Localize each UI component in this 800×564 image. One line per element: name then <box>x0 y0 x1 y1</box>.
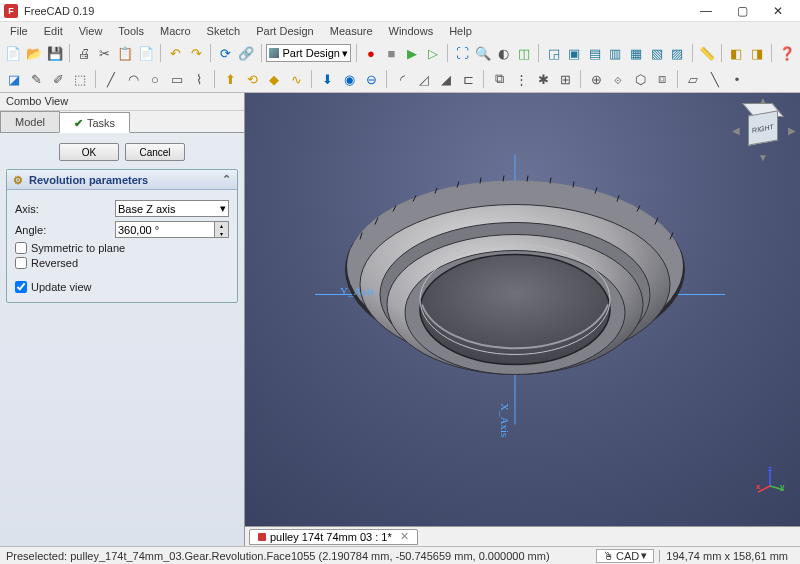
fit-sel-icon[interactable]: 🔍 <box>474 43 493 63</box>
fillet-icon[interactable]: ◜ <box>392 69 412 89</box>
ok-button[interactable]: OK <box>59 143 119 161</box>
polyline-icon[interactable]: ⌇ <box>189 69 209 89</box>
paste-icon[interactable]: 📄 <box>137 43 156 63</box>
part-icon[interactable]: ◧ <box>727 43 746 63</box>
rect-icon[interactable]: ▭ <box>167 69 187 89</box>
menu-help[interactable]: Help <box>441 23 480 39</box>
pad-icon[interactable]: ⬆ <box>220 69 240 89</box>
reversed-checkbox[interactable] <box>15 257 27 269</box>
iso-icon[interactable]: ◲ <box>544 43 563 63</box>
workbench-selector[interactable]: Part Design▾ <box>266 44 350 62</box>
update-view-checkbox[interactable] <box>15 281 27 293</box>
front-icon[interactable]: ▣ <box>565 43 584 63</box>
datum-point-icon[interactable]: • <box>727 69 747 89</box>
right-icon[interactable]: ▥ <box>606 43 625 63</box>
cancel-button[interactable]: Cancel <box>125 143 185 161</box>
migrate-icon[interactable]: ⟐ <box>608 69 628 89</box>
viewport-dimensions: 194,74 mm x 158,61 mm <box>659 550 794 562</box>
linear-pattern-icon[interactable]: ⋮ <box>511 69 531 89</box>
shape-binder-icon[interactable]: ⬡ <box>630 69 650 89</box>
loft-icon[interactable]: ◆ <box>264 69 284 89</box>
x-axis-label: X_Axis <box>499 403 511 437</box>
new-icon[interactable]: 📄 <box>4 43 23 63</box>
whatsthis-icon[interactable]: ❓ <box>777 43 796 63</box>
close-button[interactable]: ✕ <box>760 1 796 21</box>
redo-icon[interactable]: ↷ <box>187 43 206 63</box>
navcube-down-arrow-icon[interactable]: ▼ <box>758 152 768 163</box>
line-icon[interactable]: ╱ <box>101 69 121 89</box>
collapse-icon[interactable]: ⌃ <box>222 173 231 186</box>
nav-style-button[interactable]: 🖱CAD▾ <box>596 549 654 563</box>
macro-edit-icon[interactable]: ▶ <box>403 43 422 63</box>
navcube-left-arrow-icon[interactable]: ◀ <box>732 125 740 136</box>
open-icon[interactable]: 📂 <box>25 43 44 63</box>
refresh-icon[interactable]: ⟳ <box>216 43 235 63</box>
fit-all-icon[interactable]: ⛶ <box>453 43 472 63</box>
boolean-icon[interactable]: ⊕ <box>586 69 606 89</box>
measure-icon[interactable]: 📏 <box>698 43 717 63</box>
polar-pattern-icon[interactable]: ✱ <box>533 69 553 89</box>
navcube-up-arrow-icon[interactable]: ▲ <box>758 95 768 106</box>
document-tab[interactable]: pulley 174t 74mm 03 : 1* ✕ <box>249 529 418 545</box>
bottom-icon[interactable]: ▧ <box>647 43 666 63</box>
arc-icon[interactable]: ◠ <box>123 69 143 89</box>
macro-stop-icon[interactable]: ■ <box>382 43 401 63</box>
3d-viewport[interactable]: Y_Axis X_Axis RIGHT ◀ ▶ ▲ ▼ z y x pulley… <box>245 93 800 546</box>
axis-select[interactable]: Base Z axis▾ <box>115 200 229 217</box>
menu-part-design[interactable]: Part Design <box>248 23 321 39</box>
sweep-icon[interactable]: ∿ <box>286 69 306 89</box>
group-icon[interactable]: ◨ <box>748 43 767 63</box>
draw-style-icon[interactable]: ◐ <box>494 43 513 63</box>
mirror-icon[interactable]: ⧉ <box>489 69 509 89</box>
maximize-button[interactable]: ▢ <box>724 1 760 21</box>
spin-down-icon[interactable]: ▾ <box>214 230 228 238</box>
map-sketch-icon[interactable]: ⬚ <box>70 69 90 89</box>
menu-windows[interactable]: Windows <box>381 23 442 39</box>
minimize-button[interactable]: — <box>688 1 724 21</box>
menu-sketch[interactable]: Sketch <box>199 23 249 39</box>
link-icon[interactable]: 🔗 <box>237 43 256 63</box>
menu-file[interactable]: File <box>2 23 36 39</box>
circle-icon[interactable]: ○ <box>145 69 165 89</box>
menu-tools[interactable]: Tools <box>110 23 152 39</box>
datum-line-icon[interactable]: ╲ <box>705 69 725 89</box>
thickness-icon[interactable]: ⊏ <box>458 69 478 89</box>
menu-macro[interactable]: Macro <box>152 23 199 39</box>
tab-tasks[interactable]: ✔Tasks <box>59 112 130 133</box>
macro-run-icon[interactable]: ▷ <box>423 43 442 63</box>
angle-input[interactable]: 360,00 ° ▴▾ <box>115 221 229 238</box>
datum-plane-icon[interactable]: ▱ <box>683 69 703 89</box>
bbox-icon[interactable]: ◫ <box>515 43 534 63</box>
edit-sketch-icon[interactable]: ✐ <box>48 69 68 89</box>
navcube-right-arrow-icon[interactable]: ▶ <box>788 125 796 136</box>
pocket-icon[interactable]: ⬇ <box>317 69 337 89</box>
cut-icon[interactable]: ✂ <box>95 43 114 63</box>
rear-icon[interactable]: ▦ <box>627 43 646 63</box>
left-icon[interactable]: ▨ <box>668 43 687 63</box>
undo-icon[interactable]: ↶ <box>166 43 185 63</box>
body-icon[interactable]: ◪ <box>4 69 24 89</box>
groove-icon[interactable]: ⊖ <box>361 69 381 89</box>
top-icon[interactable]: ▤ <box>586 43 605 63</box>
tab-model[interactable]: Model <box>0 111 60 132</box>
menu-view[interactable]: View <box>71 23 111 39</box>
save-icon[interactable]: 💾 <box>45 43 64 63</box>
chamfer-icon[interactable]: ◿ <box>414 69 434 89</box>
axis-label: Axis: <box>15 203 111 215</box>
menu-edit[interactable]: Edit <box>36 23 71 39</box>
print-icon[interactable]: 🖨 <box>75 43 94 63</box>
spin-up-icon[interactable]: ▴ <box>214 222 228 230</box>
symmetric-checkbox[interactable] <box>15 242 27 254</box>
clone-icon[interactable]: ⧈ <box>652 69 672 89</box>
draft-icon[interactable]: ◢ <box>436 69 456 89</box>
panel-header[interactable]: ⚙ Revolution parameters ⌃ <box>7 170 237 190</box>
hole-icon[interactable]: ◉ <box>339 69 359 89</box>
multi-pattern-icon[interactable]: ⊞ <box>555 69 575 89</box>
sketch-icon[interactable]: ✎ <box>26 69 46 89</box>
macro-record-icon[interactable]: ● <box>362 43 381 63</box>
doc-close-icon[interactable]: ✕ <box>400 530 409 543</box>
navigation-cube[interactable]: RIGHT ◀ ▶ ▲ ▼ <box>736 101 792 157</box>
revolution-icon[interactable]: ⟲ <box>242 69 262 89</box>
copy-icon[interactable]: 📋 <box>116 43 135 63</box>
menu-measure[interactable]: Measure <box>322 23 381 39</box>
